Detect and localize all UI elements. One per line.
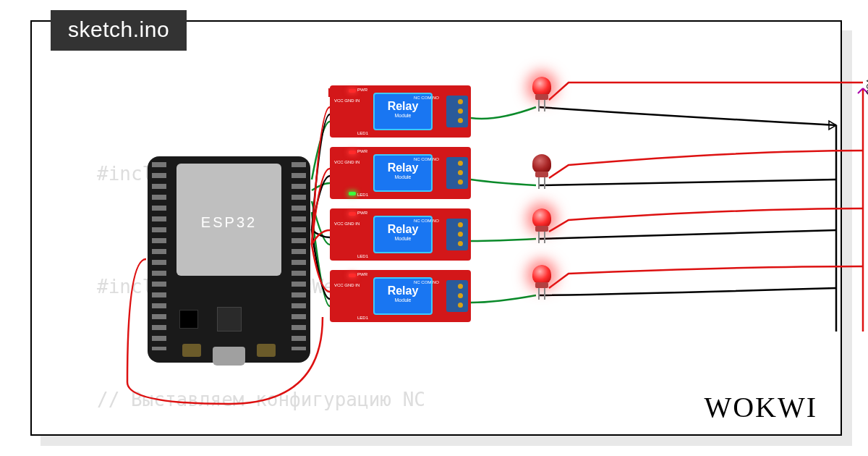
relay-pwr-label: PWR	[357, 211, 367, 215]
relay-module-2[interactable]: PWR LED1 VCC GND IN Relay Module NC COM …	[330, 147, 471, 199]
relay-screw-terminal	[446, 219, 468, 250]
relay-pwr-led	[349, 151, 356, 154]
relay-module-3[interactable]: PWR LED1 VCC GND IN Relay Module NC COM …	[330, 208, 471, 261]
relay-terminal	[328, 88, 336, 97]
relay-pwr-label: PWR	[357, 149, 367, 153]
relay-led1-label: LED1	[357, 254, 368, 258]
relay-pwr-label: PWR	[357, 88, 367, 92]
relay-screw-terminal	[446, 157, 468, 189]
led-2[interactable]	[532, 154, 551, 173]
relay-screw-terminal	[446, 96, 468, 127]
file-tab[interactable]: sketch.ino	[51, 10, 187, 51]
relay-pwr-led	[349, 89, 356, 93]
esp32-boot-button[interactable]	[257, 344, 276, 357]
esp32-shield: ESP32	[176, 164, 281, 276]
relay-subtitle: Module	[375, 236, 431, 241]
esp32-board[interactable]: ESP32	[148, 156, 310, 363]
vcc-label: VCC	[865, 78, 868, 95]
relay-pins-right: NC COM NO	[414, 94, 439, 101]
relay-module-4[interactable]: PWR LED1 VCC GND IN Relay Module NC COM …	[330, 270, 471, 322]
relay-pwr-led	[349, 274, 356, 277]
relay-module-1[interactable]: PWR LED1 VCC GND IN Relay Module NC COM …	[330, 85, 471, 138]
relay-subtitle: Module	[375, 113, 431, 118]
relay-led1-label: LED1	[357, 316, 368, 320]
esp32-en-button[interactable]	[182, 344, 201, 357]
relay-pins-right: NC COM NO	[414, 217, 439, 224]
relay-pins-right: NC COM NO	[414, 156, 439, 163]
led-4[interactable]	[532, 265, 551, 284]
file-tab-label: sketch.ino	[68, 17, 169, 41]
relay-led1-label: LED1	[357, 131, 368, 135]
led-3[interactable]	[532, 208, 551, 227]
esp32-label: ESP32	[176, 214, 281, 231]
preview-frame: #include <WiFi.h> #include <ESPAsyncWeb …	[30, 20, 842, 436]
esp32-usb	[213, 347, 245, 366]
esp32-chip2	[179, 310, 198, 329]
relay-screw-terminal	[446, 280, 468, 312]
relay-subtitle: Module	[375, 297, 431, 303]
wokwi-logo-text: WOKWI	[704, 391, 817, 423]
relay-pins-left: VCC GND IN	[334, 159, 359, 166]
relay-pins-left: VCC GND IN	[334, 220, 359, 227]
relay-subtitle: Module	[375, 174, 431, 180]
wokwi-logo: WOKWI	[704, 390, 817, 424]
relay-status-led	[349, 192, 356, 195]
led-1[interactable]	[532, 77, 551, 96]
relay-pins-left: VCC GND IN	[334, 97, 359, 104]
relay-pins-right: NC COM NO	[414, 279, 439, 286]
esp32-chip	[217, 307, 242, 332]
relay-led1-label: LED1	[357, 193, 368, 197]
relay-pwr-label: PWR	[357, 272, 367, 276]
relay-pins-left: VCC GND IN	[334, 282, 359, 289]
relay-pwr-led	[349, 212, 356, 216]
